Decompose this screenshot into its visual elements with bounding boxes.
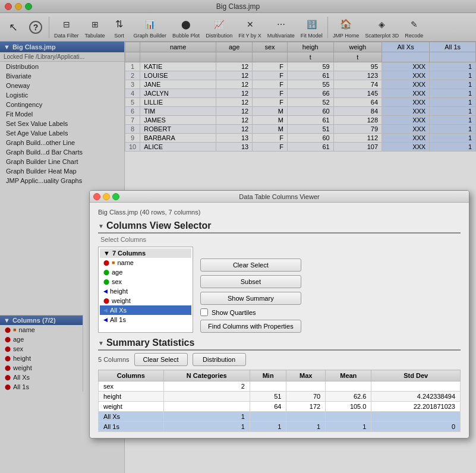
weight-icon: ⬤ [103, 298, 109, 304]
summary-cell-col: weight [99, 402, 164, 412]
distribution-button[interactable]: Distribution [193, 353, 246, 366]
dialog-titlebar: Data Table Columns Viewer [90, 191, 469, 203]
summary-cell-max: 1 [286, 422, 326, 432]
columns-list-box: ▼ 7 Columns ⬤ ■ name ⬤ age ⬤ sex [98, 247, 193, 333]
age-icon: ⬤ [103, 269, 109, 275]
show-summary-button[interactable]: Show Summary [200, 292, 301, 305]
show-quartiles-checkbox[interactable] [200, 308, 208, 316]
select-columns-label: Select Columns [100, 236, 461, 243]
find-columns-button[interactable]: Find Columns with Properties [200, 320, 301, 333]
summary-cell-stddev: 4.242338494 [371, 392, 461, 402]
summary-cell-mean: 1 [326, 422, 371, 432]
summary-col-mean: Mean [326, 370, 371, 381]
dialog-body: Big Class.jmp (40 rows, 7 columns) ▼ Col… [90, 203, 469, 438]
summary-row: sex 2 [99, 381, 461, 392]
summary-table: Columns N Categories Min Max Mean Std De… [98, 370, 461, 432]
list-item-allxs-label: All Xs [110, 307, 127, 314]
dialog-minimize-button[interactable] [103, 193, 110, 200]
summary-col-ncategories: N Categories [163, 370, 250, 381]
section2-triangle[interactable]: ▼ [98, 340, 104, 346]
summary-column-count: 5 Columns [98, 356, 130, 363]
summary-cell-min: 1 [250, 422, 286, 432]
columns-list-count: 7 Columns [112, 250, 146, 257]
summary-cell-stddev [371, 412, 461, 422]
summary-controls-row: 5 Columns Clear Select Distribution [98, 353, 461, 366]
summary-cell-mean: 62.6 [326, 392, 371, 402]
section1-buttons: Clear Select Subset Show Summary Show Qu… [200, 247, 301, 333]
summary-cell-col: sex [99, 381, 164, 392]
summary-clear-select-button[interactable]: Clear Select [134, 353, 188, 366]
summary-cell-min: 64 [250, 402, 286, 412]
summary-cell-col: All Xs [99, 412, 164, 422]
summary-col-stddev: Std Dev [371, 370, 461, 381]
list-item-height-label: height [110, 288, 128, 295]
summary-col-min: Min [250, 370, 286, 381]
sex-icon: ⬤ [103, 279, 109, 285]
summary-cell-ncat: 1 [163, 412, 250, 422]
summary-row: weight 64 172 105.0 22.201871023 [99, 402, 461, 412]
height-icon: ◀ [103, 288, 108, 294]
summary-cell-col: All 1s [99, 422, 164, 432]
list-item-name-label: name [117, 259, 134, 266]
section1-triangle[interactable]: ▼ [98, 223, 104, 229]
list-item-name[interactable]: ⬤ ■ name [100, 258, 191, 267]
dialog-maximize-button[interactable] [112, 193, 119, 200]
summary-cell-mean [326, 412, 371, 422]
columns-view-section: ▼ Columns View Selector Select Columns ▼… [98, 220, 461, 333]
list-item-all-1s[interactable]: ◀ All 1s [100, 315, 191, 324]
summary-header-row: Columns N Categories Min Max Mean Std De… [99, 370, 461, 381]
summary-cell-ncat: 2 [163, 381, 250, 392]
list-item-height[interactable]: ◀ height [100, 286, 191, 296]
list-item-sex[interactable]: ⬤ sex [100, 277, 191, 286]
list-item-all1s-label: All 1s [110, 316, 126, 323]
columns-list-header: ▼ 7 Columns [100, 248, 191, 258]
dialog-title: Data Table Columns Viewer [239, 193, 319, 200]
section1-title: Columns View Selector [106, 220, 212, 231]
summary-cell-min: 51 [250, 392, 286, 402]
show-quartiles-row: Show Quartiles [200, 308, 301, 316]
summary-cell-max [286, 381, 326, 392]
summary-col-max: Max [286, 370, 326, 381]
list-item-weight[interactable]: ⬤ weight [100, 296, 191, 305]
name-icon: ⬤ [103, 260, 109, 266]
summary-cell-col: height [99, 392, 164, 402]
list-item-all-xs[interactable]: ◀ All Xs [100, 305, 191, 315]
list-item-sex-label: sex [112, 278, 122, 285]
summary-cell-max: 70 [286, 392, 326, 402]
dialog-close-button[interactable] [93, 193, 100, 200]
all1s-icon: ◀ [103, 317, 108, 323]
summary-cell-max [286, 412, 326, 422]
dialog-subtitle: Big Class.jmp (40 rows, 7 columns) [98, 209, 461, 216]
summary-cell-ncat [163, 402, 250, 412]
section2-title: Summary Statistics [106, 338, 195, 348]
summary-row: All Xs 1 [99, 412, 461, 422]
summary-cell-min [250, 412, 286, 422]
summary-cell-stddev: 0 [371, 422, 461, 432]
summary-cell-ncat [163, 392, 250, 402]
summary-cell-ncat: 1 [163, 422, 250, 432]
section2-header: ▼ Summary Statistics [98, 338, 461, 351]
list-item-age-label: age [112, 269, 122, 276]
summary-row: height 51 70 62.6 4.242338494 [99, 392, 461, 402]
summary-cell-mean [326, 381, 371, 392]
list-item-age[interactable]: ⬤ age [100, 267, 191, 277]
allxs-icon: ◀ [103, 307, 108, 313]
summary-cell-max: 172 [286, 402, 326, 412]
list-item-weight-label: weight [112, 297, 131, 304]
dialog-traffic-lights [93, 193, 119, 200]
summary-cell-stddev [371, 381, 461, 392]
summary-cell-mean: 105.0 [326, 402, 371, 412]
subset-button[interactable]: Subset [200, 275, 301, 288]
columns-list-triangle[interactable]: ▼ [103, 250, 110, 257]
summary-cell-stddev: 22.201871023 [371, 402, 461, 412]
clear-select-button[interactable]: Clear Select [200, 258, 301, 272]
show-quartiles-label: Show Quartiles [212, 309, 256, 316]
columns-selector-area: ▼ 7 Columns ⬤ ■ name ⬤ age ⬤ sex [98, 247, 461, 333]
summary-cell-min [250, 381, 286, 392]
name-type-badge: ■ [112, 260, 115, 266]
summary-statistics-section: ▼ Summary Statistics 5 Columns Clear Sel… [98, 338, 461, 432]
dialog: Data Table Columns Viewer Big Class.jmp … [89, 190, 469, 439]
summary-col-columns: Columns [99, 370, 164, 381]
summary-row: All 1s 1 1 1 1 0 [99, 422, 461, 432]
section1-header: ▼ Columns View Selector [98, 220, 461, 234]
